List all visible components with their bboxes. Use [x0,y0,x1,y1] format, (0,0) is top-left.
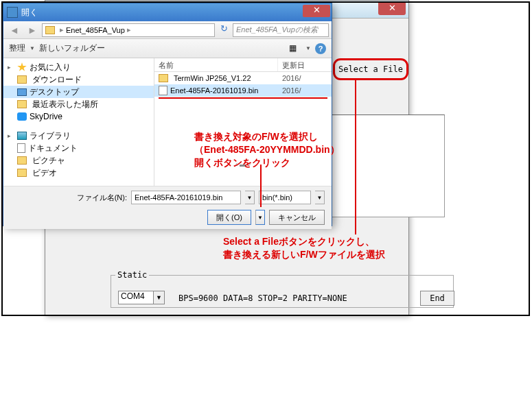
filename-dropdown[interactable]: ▼ [245,191,255,204]
static-group: Static COM4 ▼ BPS=9600 DATA=8 STOP=2 PAR… [111,275,454,308]
search-input[interactable]: Enet_485FA_Vupの検索 [233,23,329,37]
new-folder-button[interactable]: 新しいフォルダー [39,43,105,54]
dialog-titlebar: 開く ✕ [3,3,332,21]
dialog-toolbar: 整理 ▼ 新しいフォルダー ▦ ▼ ? [3,39,332,58]
com-port-value: COM4 [121,291,145,301]
back-arrow-icon: ◄ [10,25,19,36]
filename-input[interactable] [131,191,241,204]
file-row[interactable]: TermWin JP256_V1.22 2016/ [154,72,332,84]
folder-icon [17,100,27,108]
annotation-leader-2 [355,80,356,234]
breadcrumb-sep: ▸ [127,25,131,34]
breadcrumb-sep: ▸ [60,25,64,34]
connection-params: BPS=9600 DATA=8 STOP=2 PARITY=NONE [178,293,347,303]
bg-close-button[interactable]: ✕ [378,3,406,15]
folder-icon [17,75,27,84]
open-file-dialog: 開く ✕ ◄ ► ▸ Enet_485FA_Vup ▸ ↻ Enet_485FA… [3,3,332,226]
forward-button[interactable]: ► [24,23,41,37]
filename-label: ファイル名(N): [77,193,127,203]
tree-skydrive[interactable]: SkyDrive [3,110,154,123]
app-icon [7,7,18,18]
static-legend: Static [115,270,149,280]
folder-icon [45,26,55,34]
open-split-dropdown[interactable]: ▼ [255,210,265,225]
com-port-select[interactable]: COM4 ▼ [118,291,165,304]
annotation-2: Select a Fileボタンをクリックし、 書き換える新しいF/Wファイルを… [223,235,385,261]
help-icon[interactable]: ? [315,43,326,54]
forward-arrow-icon: ► [27,25,37,36]
chevron-down-icon: ▼ [30,45,35,51]
col-date[interactable]: 更新日 [278,58,332,71]
folder-icon [17,156,27,165]
refresh-button[interactable]: ↻ [216,23,231,37]
file-icon [159,86,167,95]
star-icon [17,62,27,72]
tree-documents[interactable]: ドキュメント [3,142,154,154]
select-a-file-button[interactable]: Select a File [333,58,408,80]
view-options-button[interactable]: ▦ [289,43,301,54]
document-icon [17,143,25,153]
tree-videos[interactable]: ビデオ [3,167,154,179]
tree-libraries[interactable]: ▸ライブラリ [3,130,154,142]
file-list-header: 名前 更新日 [154,58,332,72]
tree-downloads[interactable]: ダウンロード [3,73,154,86]
address-bar-row: ◄ ► ▸ Enet_485FA_Vup ▸ ↻ Enet_485FA_Vupの… [3,21,332,39]
tree-desktop[interactable]: デスクトップ [3,86,154,98]
annotation-leader-1 [260,165,262,207]
annotation-1: 書き換え対象のF/Wを選択し （Enet-485FA-20YYMMDD.bin）… [194,130,340,169]
cancel-button[interactable]: キャンセル [269,210,325,225]
desktop-icon [17,88,27,96]
close-button[interactable]: ✕ [303,5,330,17]
dialog-bottom: ファイル名(N): ▼ bin(*.bin) ▼ 開く(O) ▼ キャンセル [3,186,332,229]
breadcrumb-path[interactable]: Enet_485FA_Vup [66,26,125,34]
chevron-down-icon: ▼ [305,45,311,51]
folder-icon [159,74,168,82]
dialog-title: 開く [21,7,38,19]
file-type-filter[interactable]: bin(*.bin) [259,191,311,204]
tree-favorites[interactable]: ▸お気に入り [3,61,154,73]
file-row-selected[interactable]: Enet-485FA-20161019.bin 2016/ [154,84,332,97]
open-button[interactable]: 開く(O) [207,210,251,225]
address-bar[interactable]: ▸ Enet_485FA_Vup ▸ [42,23,215,37]
tree-pictures[interactable]: ピクチャ [3,154,154,167]
library-icon [17,132,27,140]
skydrive-icon [17,112,27,121]
nav-tree[interactable]: ▸お気に入り ダウンロード デスクトップ 最近表示した場所 SkyDrive ▸… [3,58,154,186]
filter-dropdown[interactable]: ▼ [315,191,325,204]
annotation-underline [159,97,327,99]
folder-icon [17,169,27,177]
organize-menu[interactable]: 整理 [9,43,25,54]
chevron-down-icon: ▼ [153,291,164,304]
col-name[interactable]: 名前 [154,58,278,71]
tree-recent[interactable]: 最近表示した場所 [3,98,154,110]
back-button[interactable]: ◄ [6,23,23,37]
end-button[interactable]: End [420,291,454,306]
